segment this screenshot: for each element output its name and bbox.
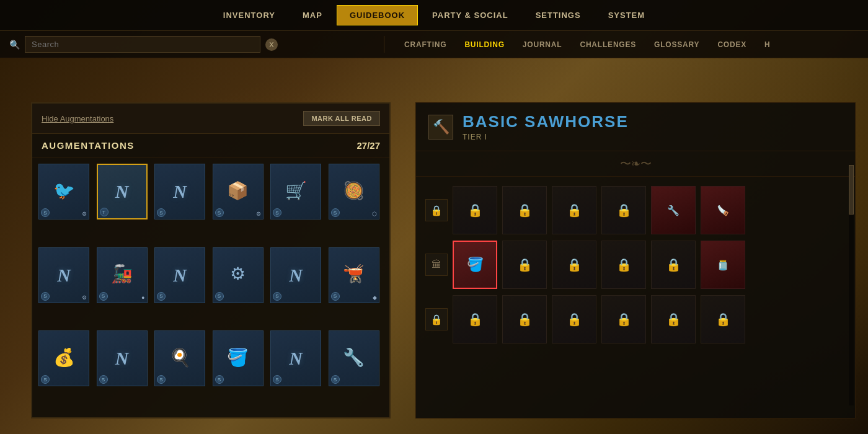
item-card[interactable]: 💰 S [38, 330, 89, 386]
slot-card[interactable]: 🔒 [552, 295, 596, 343]
slot-card[interactable]: 🔒 [651, 295, 696, 343]
slot-card[interactable]: 🔒 [502, 295, 547, 343]
selected-item-icon: 🔨 [428, 115, 453, 140]
lock-icon: 🔒 [430, 205, 443, 216]
nav-party-social[interactable]: PARTY & SOCIAL [419, 5, 521, 25]
slot-row-2: 🏛 🪣 🔒 🔒 🔒 🔒 🫙 [425, 241, 846, 289]
search-clear-button[interactable]: X [265, 38, 278, 51]
item-card[interactable]: 🥘 S ⬡ [329, 164, 379, 219]
item-main-title: BASIC SAWHORSE [463, 112, 629, 131]
slot-card[interactable]: 🔒 [502, 186, 547, 234]
item-icon: 🥘 [343, 180, 365, 201]
top-navigation: INVENTORY MAP GUIDEBOOK PARTY & SOCIAL S… [0, 0, 868, 31]
item-tier: S [273, 208, 281, 217]
slot-card[interactable]: 🔒 [601, 186, 646, 234]
item-tier: S [41, 292, 50, 301]
item-icon: 🚂 [111, 264, 133, 284]
slot-card[interactable]: 🔒 [601, 295, 646, 343]
item-card-selected[interactable]: N T [97, 164, 148, 219]
sub-navigation: 🔍 X CRAFTING BUILDING JOURNAL CHALLENGES… [0, 31, 868, 58]
item-icon: 💰 [53, 347, 75, 368]
left-panel: Hide Augmentations MARK ALL READ AUGMENT… [31, 102, 391, 418]
slot-card[interactable]: 🔒 [453, 295, 497, 343]
item-tier: S [331, 375, 340, 384]
slot-card-red[interactable]: 🪚 [701, 186, 745, 234]
subnav-glossary[interactable]: GLOSSARY [647, 37, 707, 53]
row-icon-3: 🔒 [425, 308, 448, 330]
slot-card[interactable]: 🔒 [601, 241, 646, 289]
hide-augmentations-toggle[interactable]: Hide Augmentations [42, 114, 113, 123]
lock-icon: 🔒 [467, 312, 483, 327]
item-card[interactable]: N S [154, 164, 205, 219]
item-tier: S [215, 208, 224, 217]
slot-card-selected[interactable]: 🪣 [453, 241, 497, 289]
item-card[interactable]: 🛒 S [270, 164, 321, 219]
item-card[interactable]: N S [270, 330, 321, 386]
augmentations-grid: 🐦 S ⚙ N T N S 📦 S ⚙ 🛒 S 🥘 S ⬡ N S [32, 157, 389, 417]
row-icon-1: 🔒 [425, 199, 448, 221]
slot-card[interactable]: 🔒 [701, 295, 745, 343]
slot-card-red[interactable]: 🔧 [651, 186, 696, 234]
item-card[interactable]: 🔧 S [329, 330, 379, 386]
item-card[interactable]: N S [97, 330, 148, 386]
subnav-crafting[interactable]: CRAFTING [397, 37, 454, 53]
item-visual: 🔧 [667, 205, 680, 216]
lock-icon: 🔒 [517, 257, 533, 272]
item-badge: ◆ [373, 294, 377, 301]
item-tier-label: TIER I [463, 133, 629, 141]
lock-icon: 🔒 [467, 203, 483, 218]
scrollbar-thumb[interactable] [849, 165, 854, 215]
item-card[interactable]: N S [154, 247, 205, 303]
nav-system[interactable]: SYSTEM [595, 5, 658, 25]
right-scrollbar[interactable] [849, 165, 854, 405]
item-icon: 🫕 [343, 264, 365, 284]
item-card[interactable]: 🚂 S ● [97, 247, 148, 303]
slot-card[interactable]: 🔒 [651, 241, 696, 289]
slot-card[interactable]: 🔒 [552, 241, 596, 289]
slot-card[interactable]: 🔒 [453, 186, 497, 234]
item-tier: S [99, 375, 108, 384]
lock-icon: 🔒 [666, 257, 681, 272]
item-card[interactable]: 🐦 S ⚙ [38, 164, 89, 219]
search-icon: 🔍 [9, 40, 20, 50]
item-badge: ● [141, 294, 144, 301]
search-input[interactable] [25, 36, 260, 53]
subnav-h[interactable]: H [757, 37, 777, 53]
subnav-journal[interactable]: JOURNAL [515, 37, 570, 53]
subnav-challenges[interactable]: CHALLENGES [572, 37, 644, 53]
item-card[interactable]: 🍳 S [154, 330, 205, 386]
item-card[interactable]: ⚙ S [213, 247, 264, 303]
nav-guidebook[interactable]: GUIDEBOOK [337, 5, 418, 25]
lock-icon: 🔒 [616, 203, 632, 218]
lock-icon: 🔒 [430, 314, 443, 326]
mark-all-read-button[interactable]: MARK ALL READ [303, 111, 380, 126]
item-icon: 🐦 [53, 180, 75, 201]
item-icon-emoji: 🔨 [433, 119, 450, 135]
item-card[interactable]: 📦 S ⚙ [213, 164, 264, 219]
nav-settings[interactable]: SETTINGS [523, 5, 594, 25]
item-icon-n: N [173, 181, 187, 202]
item-badge: ⬡ [372, 211, 377, 217]
item-card[interactable]: N S [270, 247, 321, 303]
item-tier: S [41, 375, 50, 384]
item-tier: S [215, 375, 224, 384]
item-icon: 🪣 [227, 347, 249, 368]
section-title: AUGMENTATIONS [42, 140, 135, 151]
nav-map[interactable]: MAP [290, 5, 335, 25]
lock-icon: 🔒 [567, 203, 582, 218]
subnav-codex[interactable]: CODEX [710, 37, 754, 53]
item-card[interactable]: 🪣 S [213, 330, 264, 386]
item-tier: S [99, 292, 108, 301]
slot-card-red[interactable]: 🫙 [701, 241, 745, 289]
right-panel-header: 🔨 BASIC SAWHORSE TIER I [416, 103, 855, 151]
panel-header: Hide Augmentations MARK ALL READ [32, 104, 389, 134]
section-count: 27/27 [356, 140, 380, 151]
item-icon-n: N [115, 181, 129, 202]
slot-card[interactable]: 🔒 [502, 241, 547, 289]
item-card[interactable]: 🫕 S ◆ [329, 247, 379, 303]
subnav-building[interactable]: BUILDING [457, 37, 512, 53]
slot-card[interactable]: 🔒 [552, 186, 596, 234]
item-card[interactable]: N S ⚙ [38, 247, 89, 303]
nav-inventory[interactable]: INVENTORY [210, 5, 288, 25]
item-icon: 🍳 [169, 347, 191, 368]
